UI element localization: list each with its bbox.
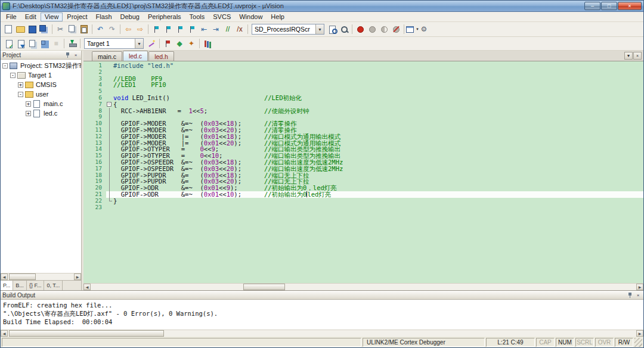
debug-windows-button[interactable]: ▼ [406, 23, 418, 35]
toggle-bookmark-button[interactable] [150, 23, 162, 35]
tree-item-led-c[interactable]: +led.c [1, 108, 81, 118]
copy-button[interactable] [66, 23, 78, 35]
manage-books-button[interactable] [202, 38, 213, 49]
resize-grip[interactable] [634, 338, 642, 347]
code-line-3[interactable]: 3//LED0 PF9 [83, 76, 643, 82]
expand-icon[interactable]: + [26, 101, 31, 107]
batch-build-button[interactable] [38, 38, 50, 49]
menu-view[interactable]: View [41, 13, 63, 21]
scroll-right-icon[interactable]: ▶ [636, 330, 643, 337]
menu-help[interactable]: Help [267, 13, 289, 21]
indent-button[interactable]: ⇥ [210, 23, 222, 35]
build-output-hscrollbar[interactable]: ◀ ▶ [1, 330, 643, 337]
title-bar[interactable]: F:\Desktop\STM32操作寄存器点亮LED灯\proj\STM32操作… [1, 1, 643, 12]
maximize-button[interactable]: □ [601, 2, 617, 10]
find-in-files-button[interactable] [326, 23, 338, 35]
fold-collapse-icon[interactable]: - [107, 102, 112, 107]
scroll-left-icon[interactable]: ◀ [1, 274, 8, 280]
tab-close-icon[interactable]: × [633, 52, 642, 60]
expand-icon[interactable]: + [26, 111, 31, 116]
new-file-button[interactable] [2, 23, 14, 35]
menu-flash[interactable]: Flash [92, 13, 116, 21]
code-line-2[interactable]: 2 [83, 69, 643, 76]
menu-window[interactable]: Window [235, 13, 267, 21]
file-extensions-button[interactable] [162, 38, 174, 49]
code-area[interactable]: 1#include "led.h"23//LED0 PF94//LED1 PF1… [83, 61, 643, 283]
menu-debug[interactable]: Debug [116, 13, 144, 21]
collapse-icon[interactable]: - [2, 63, 8, 69]
project-hscrollbar[interactable]: ◀ ▶ [1, 273, 81, 280]
code-line-21[interactable]: 21 GPIOF->ODR &=~ (0x01<<10); //初始输出为0le… [83, 191, 643, 198]
code-line-23[interactable]: 23 [83, 204, 643, 211]
code-line-1[interactable]: 1#include "led.h" [83, 63, 643, 69]
find-button[interactable] [338, 23, 350, 35]
download-to-flash-button[interactable] [66, 38, 78, 49]
tree-item-cmsis-group[interactable]: +CMSIS [1, 80, 81, 89]
tree-item-project-root[interactable]: -Project: STM32操作寄存器点亮LED灯 [1, 61, 81, 70]
uncomment-button[interactable]: /x [234, 23, 246, 35]
code-line-22[interactable]: 22} [83, 198, 643, 204]
save-button[interactable] [26, 23, 38, 35]
expand-icon[interactable]: + [18, 82, 23, 88]
minimize-button[interactable]: – [584, 2, 600, 10]
disable-all-breakpoints-button[interactable] [378, 23, 390, 35]
fold-margin[interactable]: - [106, 101, 113, 108]
options-for-target-button[interactable] [145, 38, 157, 49]
kill-all-breakpoints-button[interactable] [390, 23, 402, 35]
scroll-right-icon[interactable]: ▶ [636, 284, 643, 290]
search-text-combo[interactable]: SD_ProcessIRQScr▼ [252, 24, 324, 35]
scroll-thumb[interactable] [9, 330, 164, 337]
chevron-down-icon[interactable]: ▼ [135, 39, 143, 48]
panel-tab-3[interactable]: 0, T... [44, 281, 63, 290]
tree-item-user-group[interactable]: -user [1, 89, 81, 99]
pin-icon[interactable] [64, 51, 71, 58]
code-line-4[interactable]: 4//LED1 PF10 [83, 82, 643, 88]
insert-breakpoint-button[interactable] [354, 23, 366, 35]
menu-project[interactable]: Project [63, 13, 91, 21]
editor-tab-led-h[interactable]: led.h [148, 51, 174, 61]
scroll-thumb[interactable] [9, 274, 36, 280]
stop-build-button[interactable]: ■ [50, 38, 62, 49]
code-line-6[interactable]: 6void LED_Init() //LED初始化 [83, 95, 643, 101]
close-panel-icon[interactable]: × [72, 51, 79, 58]
nav-back-button[interactable]: ⇦ [122, 23, 134, 35]
code-line-8[interactable]: 8 RCC->AHB1ENR = 1<<5; //使能外设时钟 [83, 108, 643, 114]
scroll-track[interactable] [91, 284, 636, 290]
menu-edit[interactable]: Edit [21, 13, 41, 21]
target-select-combo[interactable]: Target 1▼ [84, 38, 144, 49]
tree-item-main-c[interactable]: +main.c [1, 99, 81, 108]
close-button[interactable]: × [618, 2, 642, 10]
enable-breakpoint-button[interactable] [366, 23, 378, 35]
translate-file-button[interactable] [2, 38, 14, 49]
undo-button[interactable]: ↶ [94, 23, 106, 35]
manage-project-items-button[interactable]: ◆ [174, 38, 185, 49]
tree-item-target-1[interactable]: -Target 1 [1, 70, 81, 80]
rebuild-all-button[interactable] [26, 38, 38, 49]
prev-bookmark-button[interactable] [162, 23, 174, 35]
scroll-right-icon[interactable]: ▶ [74, 274, 81, 280]
open-file-button[interactable] [14, 23, 26, 35]
redo-button[interactable]: ↷ [106, 23, 118, 35]
menu-svcs[interactable]: SVCS [209, 13, 235, 21]
editor-tab-main-c[interactable]: main.c [92, 51, 122, 61]
panel-tab-0[interactable]: P... [1, 281, 13, 290]
clear-bookmarks-button[interactable] [186, 23, 198, 35]
collapse-icon[interactable]: - [18, 92, 23, 97]
scroll-track[interactable] [8, 330, 636, 337]
menu-file[interactable]: File [2, 13, 21, 21]
tab-list-icon[interactable]: ▼ [624, 52, 633, 60]
editor-hscrollbar[interactable]: ◀ ▶ [83, 283, 643, 290]
panel-tab-2[interactable]: {} F... [27, 281, 45, 290]
chevron-down-icon[interactable]: ▼ [315, 24, 324, 34]
outdent-button[interactable]: ⇤ [198, 23, 210, 35]
nav-forward-button[interactable]: ⇨ [134, 23, 146, 35]
paste-button[interactable] [78, 23, 90, 35]
close-panel-icon[interactable]: × [634, 291, 642, 299]
build-button[interactable] [14, 38, 26, 49]
scroll-track[interactable] [8, 274, 74, 280]
save-all-button[interactable] [38, 23, 50, 35]
panel-tab-1[interactable]: B... [13, 281, 27, 290]
scroll-left-icon[interactable]: ◀ [83, 284, 91, 290]
editor-tab-led-c[interactable]: led.c [123, 51, 148, 61]
comment-button[interactable]: // [222, 23, 234, 35]
